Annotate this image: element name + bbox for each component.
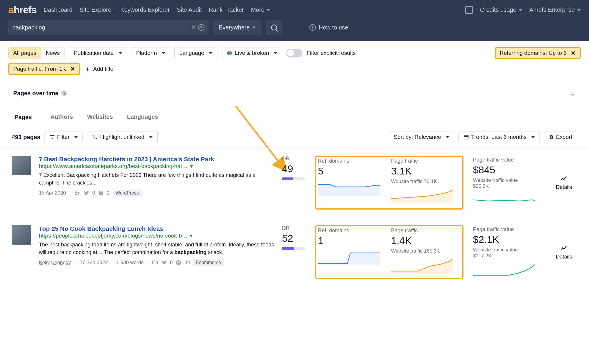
link-status-icon: [227, 50, 232, 56]
add-filter[interactable]: ＋Add filter: [84, 65, 115, 73]
pinterest-icon: [98, 190, 104, 196]
pin-count: 34: [184, 260, 190, 266]
explicit-toggle[interactable]: [286, 49, 302, 57]
scope-select[interactable]: Everywhere: [213, 20, 261, 35]
ref-domains-metric: Ref. domains 1: [316, 226, 389, 278]
dr-value: 52: [282, 233, 307, 244]
filter-language[interactable]: Language: [174, 47, 218, 59]
seg-news[interactable]: News: [41, 47, 65, 59]
tw-count: 0: [170, 260, 173, 266]
result-title[interactable]: 7 Best Backpacking Hatchets in 2023 | Am…: [39, 156, 274, 163]
download-icon: [549, 134, 554, 140]
page-traffic-spark: [391, 258, 453, 273]
filter-button[interactable]: Filter: [44, 131, 83, 143]
sort-by[interactable]: Sort by: Relevance: [389, 131, 454, 143]
filter-platform[interactable]: Platform: [131, 47, 170, 59]
help-icon[interactable]: ?: [61, 90, 67, 96]
search-input[interactable]: [12, 24, 189, 31]
seg-all-pages[interactable]: All pages: [9, 47, 41, 59]
page-traffic-value: 1.4K: [391, 235, 454, 246]
nav-rank-tracker[interactable]: Rank Tracker: [209, 6, 244, 13]
clear-icon[interactable]: ✕: [189, 24, 198, 31]
explicit-label: Filter explicit results: [306, 50, 356, 56]
search-icon: [271, 24, 277, 30]
dr-column: DR 49: [282, 156, 307, 210]
search-button[interactable]: [266, 20, 282, 35]
result-title[interactable]: Top 25 No Cook Backpacking Lunch Ideas: [39, 225, 274, 232]
nav-keywords-explorer[interactable]: Keywords Explorer: [120, 6, 170, 13]
details-button[interactable]: Details: [551, 225, 577, 279]
chip-close-icon[interactable]: ✕: [70, 65, 75, 73]
highlight-unlinked-button[interactable]: Highlight unlinked: [87, 131, 158, 143]
howto-label: How to use: [319, 24, 348, 31]
nav-dashboard[interactable]: Dashboard: [44, 6, 72, 13]
filter-live-broken[interactable]: Live & broken: [222, 47, 282, 59]
page-traffic-value: 3.1K: [391, 165, 454, 177]
details-button[interactable]: Details: [551, 156, 577, 210]
caret-icon: [577, 9, 581, 11]
platform-badge: WordPress: [113, 190, 142, 197]
nav-more[interactable]: More: [251, 6, 270, 13]
chip-label: Referring domains: Up to 5: [500, 50, 567, 56]
nav-site-explorer[interactable]: Site Explorer: [80, 6, 113, 13]
filter-chip-referring-domains[interactable]: Referring domains: Up to 5 ✕: [495, 47, 581, 59]
result-snippet: 7 Excellent Backpacking Hatchets For 202…: [39, 171, 274, 187]
metrics-highlight-box: Ref. domains 5 Page traffic 3.1K Website…: [315, 156, 463, 210]
search-input-wrap[interactable]: ✕ ?: [8, 20, 209, 35]
tw-count: 0: [92, 190, 95, 196]
logo[interactable]: ahrefs: [8, 4, 37, 16]
ref-domains-value: 1: [318, 235, 381, 246]
nav-site-audit[interactable]: Site Audit: [177, 6, 202, 13]
metrics-highlight-box: Ref. domains 1 Page traffic 1.4K Website…: [315, 225, 463, 279]
filters-row-2: Page traffic: From 1K ✕ ＋Add filter: [0, 62, 589, 78]
author-link[interactable]: Kelly Kennedy: [39, 260, 71, 266]
export-button[interactable]: Export: [544, 131, 577, 143]
pages-over-time-panel[interactable]: Pages over time ? ⌄: [7, 84, 582, 102]
unlink-icon: [92, 134, 98, 140]
credits-label: Credits usage: [480, 6, 516, 13]
caret-icon: [118, 52, 122, 54]
tab-websites[interactable]: Websites: [80, 109, 120, 126]
caret-icon: [209, 52, 212, 54]
traffic-value-spark: [473, 263, 535, 278]
tab-pages[interactable]: Pages: [7, 109, 39, 126]
how-to-use[interactable]: ?How to use: [309, 24, 348, 31]
trends-label: Trends: Last 6 months: [471, 134, 527, 140]
trends-range[interactable]: Trends: Last 6 months: [458, 131, 540, 143]
ref-domains-spark: [318, 251, 380, 265]
tab-languages[interactable]: Languages: [120, 109, 165, 126]
page-type-segment: All pages News: [8, 47, 65, 59]
credits-usage[interactable]: Credits usage: [480, 6, 522, 13]
caret-icon: [274, 52, 277, 54]
tab-authors[interactable]: Authors: [43, 109, 80, 126]
website-traffic-value-amt: $117.2K: [473, 253, 491, 258]
help-icon: ?: [309, 24, 316, 31]
chevron-down-icon[interactable]: ⌄: [570, 89, 576, 97]
language-label: Language: [179, 50, 204, 56]
help-icon[interactable]: ?: [198, 24, 204, 31]
page-traffic-spark: [391, 189, 453, 203]
svg-rect-2: [464, 135, 468, 139]
sortby-label: Sort by: Relevance: [394, 134, 441, 140]
filter-icon: [50, 134, 55, 140]
result-thumbnail: [12, 156, 31, 175]
dr-label: DR: [282, 225, 307, 231]
details-label: Details: [556, 184, 572, 190]
trend-icon: [560, 244, 568, 252]
caret-icon: [267, 9, 270, 11]
chip-close-icon[interactable]: ✕: [571, 50, 576, 57]
scope-label: Everywhere: [219, 24, 250, 31]
result-count: 493 pages: [12, 134, 40, 141]
twitter-icon: [161, 260, 167, 266]
result-url[interactable]: https://www.americasstateparks.org/best-…: [39, 163, 274, 169]
account-menu[interactable]: Ahrefs Enterprise: [529, 6, 581, 13]
result-url[interactable]: https://peopleschoicebeefjerky.com/blogs…: [39, 232, 274, 239]
filter-publication-date[interactable]: Publication date: [69, 47, 127, 59]
device-icon[interactable]: [465, 6, 473, 14]
dr-bar: [282, 247, 305, 250]
details-label: Details: [556, 254, 572, 260]
website-traffic-value: 165.3K: [424, 248, 440, 254]
page-traffic-metric: Page traffic 1.4K Website traffic 165.3K: [389, 226, 462, 278]
result-lang: En: [152, 260, 158, 266]
filter-chip-page-traffic[interactable]: Page traffic: From 1K ✕: [8, 63, 80, 75]
